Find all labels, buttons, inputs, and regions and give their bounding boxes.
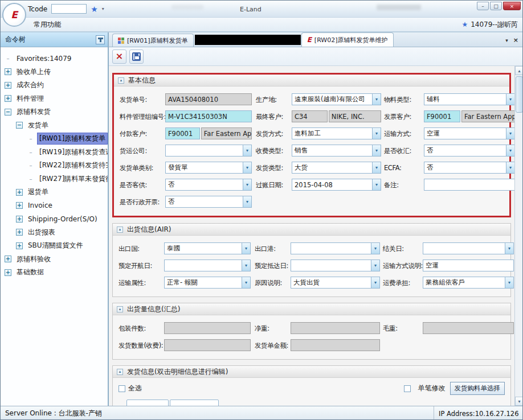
chevron-down-icon[interactable]: ▾ bbox=[372, 145, 381, 156]
expand-plus-icon[interactable]: + bbox=[16, 189, 23, 196]
expand-plus-icon[interactable]: + bbox=[5, 269, 11, 276]
code-field[interactable]: F90001 bbox=[424, 110, 460, 122]
minimize-button[interactable]: – bbox=[477, 2, 489, 10]
chevron-down-icon[interactable]: ▾ bbox=[243, 196, 251, 207]
chevron-down-icon[interactable]: ▾ bbox=[371, 260, 379, 271]
chevron-down-icon[interactable]: ▾ bbox=[372, 128, 381, 139]
tree-item[interactable]: +基础数据 bbox=[1, 266, 108, 279]
expand-plus-icon[interactable]: + bbox=[16, 242, 23, 249]
input-field[interactable]: 空運 bbox=[423, 260, 514, 271]
tab-rw02-active[interactable]: E [RW02]原辅料发货单维护 bbox=[301, 32, 394, 47]
chevron-down-icon[interactable]: ▾ bbox=[242, 243, 250, 254]
maximize-button[interactable]: □ bbox=[490, 2, 502, 10]
expand-plus-icon[interactable]: + bbox=[16, 229, 23, 236]
pin-icon[interactable] bbox=[96, 35, 105, 44]
chevron-down-icon[interactable]: ▾ bbox=[243, 145, 251, 156]
dropdown-field[interactable]: 否▾ bbox=[165, 196, 252, 208]
dropdown-field[interactable]: 空運▾ bbox=[424, 127, 515, 139]
close-button[interactable]: × bbox=[503, 2, 521, 10]
expand-plus-icon[interactable]: + bbox=[16, 202, 23, 209]
dropdown-field[interactable]: ▾ bbox=[165, 145, 252, 157]
chevron-down-icon[interactable]: ▾ bbox=[506, 162, 514, 173]
chevron-down-icon[interactable]: ▾ bbox=[372, 94, 381, 105]
expand-plus-icon[interactable]: + bbox=[5, 82, 11, 89]
tree-item[interactable]: +料件管理 bbox=[1, 92, 108, 106]
dropdown-field[interactable]: 進料加工▾ bbox=[292, 127, 381, 139]
expand-plus-icon[interactable]: + bbox=[16, 216, 23, 223]
scroll-down-icon[interactable]: ▾ bbox=[515, 397, 523, 406]
select-all-checkbox[interactable] bbox=[119, 385, 125, 392]
expand-plus-icon[interactable]: + bbox=[5, 95, 11, 102]
tab-list-dropdown-icon[interactable]: ▾ bbox=[505, 38, 508, 43]
tree-item[interactable]: –Favorites:14079 bbox=[1, 52, 108, 65]
chevron-down-icon[interactable]: ▾ bbox=[505, 243, 513, 254]
po-select-button[interactable]: 发货购料单选择 bbox=[450, 382, 505, 395]
chevron-down-icon[interactable]: ▾ bbox=[371, 243, 379, 254]
dropdown-field[interactable]: 辅料▾ bbox=[424, 93, 515, 105]
single-edit-checkbox[interactable] bbox=[404, 385, 411, 392]
tree-item[interactable]: +SBU清關提貨文件 bbox=[1, 239, 108, 253]
chevron-down-icon[interactable]: ▾ bbox=[243, 179, 251, 190]
collapse-icon[interactable]: ▴ bbox=[117, 306, 123, 312]
dropdown-field[interactable]: 正常- 報關▾ bbox=[164, 277, 251, 289]
dropdown-field[interactable]: 業務組依客戶▾ bbox=[423, 277, 514, 289]
cancel-button[interactable]: × bbox=[112, 50, 126, 64]
save-button[interactable] bbox=[129, 50, 144, 64]
chevron-down-icon[interactable]: ▾ bbox=[372, 162, 381, 173]
tree-item[interactable]: +Invoice bbox=[1, 199, 108, 213]
tree-item[interactable]: +出货报表 bbox=[1, 226, 108, 240]
collapse-icon[interactable]: ▴ bbox=[118, 77, 124, 84]
dropdown-field[interactable]: ▾ bbox=[164, 260, 251, 271]
code-field[interactable]: F90001 bbox=[165, 127, 200, 139]
menu-common-functions[interactable]: 常用功能 bbox=[28, 19, 67, 31]
tab-close-icon[interactable]: × bbox=[513, 36, 518, 44]
chevron-down-icon[interactable]: ▾ bbox=[242, 260, 250, 271]
chevron-down-icon[interactable]: ▾ bbox=[242, 277, 250, 288]
collapse-minus-icon[interactable]: − bbox=[16, 122, 23, 129]
dropdown-field[interactable]: 遠東服裝(越南)有限公司▾ bbox=[292, 93, 381, 105]
dropdown-field[interactable]: 否▾ bbox=[424, 162, 515, 174]
favorite-star-icon[interactable]: ★ bbox=[91, 5, 98, 13]
collapse-minus-icon[interactable]: − bbox=[5, 109, 11, 116]
collapse-icon[interactable]: ▴ bbox=[117, 369, 123, 375]
tree-item[interactable]: +退货单 bbox=[1, 186, 108, 199]
tree-item[interactable]: −发货单 bbox=[1, 119, 108, 133]
dropdown-field[interactable]: 泰國▾ bbox=[164, 242, 251, 254]
chevron-down-icon[interactable]: ▾ bbox=[372, 179, 381, 190]
dropdown-field[interactable]: 發貨單▾ bbox=[165, 162, 252, 174]
tree-item[interactable]: +原辅料验收 bbox=[1, 253, 108, 266]
scroll-up-icon[interactable]: ▴ bbox=[515, 66, 523, 75]
tcode-input[interactable] bbox=[51, 4, 87, 14]
dropdown-field[interactable]: ▾ bbox=[423, 242, 514, 254]
tree-item[interactable]: –[RW19]原辅料发货查询 bbox=[1, 146, 108, 159]
dropdown-field[interactable]: 否▾ bbox=[165, 179, 252, 191]
scrollbar-thumb[interactable] bbox=[516, 76, 523, 113]
tree-item[interactable]: –[RW22]原辅料发货待完结 bbox=[1, 159, 108, 172]
tree-item[interactable]: –[RW01]原辅料发货单 bbox=[1, 132, 108, 146]
chevron-down-icon[interactable]: ▾ bbox=[506, 145, 514, 156]
tcode-dropdown-icon[interactable]: ▾ bbox=[102, 6, 104, 11]
dropdown-field[interactable]: 大货▾ bbox=[292, 162, 381, 174]
input-field[interactable] bbox=[424, 179, 515, 191]
tree-item[interactable]: +成衣合约 bbox=[1, 79, 108, 92]
chevron-down-icon[interactable]: ▾ bbox=[506, 94, 514, 105]
tree-item[interactable]: −原辅料发货 bbox=[1, 105, 108, 119]
vertical-scrollbar[interactable]: ▴ ▾ bbox=[514, 66, 523, 406]
chevron-down-icon[interactable]: ▾ bbox=[243, 162, 251, 173]
tab-rw01[interactable]: [RW01]原辅料发货单 bbox=[112, 34, 194, 47]
code-field[interactable]: M-V1C34150303N bbox=[165, 110, 252, 122]
chevron-down-icon[interactable]: ▾ bbox=[505, 277, 513, 288]
tree-item[interactable]: –[RW27]購料單未發貨待完结 bbox=[1, 172, 108, 186]
chevron-down-icon[interactable]: ▾ bbox=[371, 277, 379, 288]
dropdown-field[interactable]: 2015-04-08▾ bbox=[292, 179, 381, 191]
dropdown-field[interactable]: 销售▾ bbox=[292, 145, 381, 157]
expand-plus-icon[interactable]: + bbox=[5, 68, 11, 75]
dropdown-field[interactable]: 大貨出貨▾ bbox=[291, 277, 380, 289]
dropdown-field[interactable]: 否▾ bbox=[424, 145, 515, 157]
expand-plus-icon[interactable]: + bbox=[5, 256, 11, 262]
collapse-icon[interactable]: ▴ bbox=[117, 227, 123, 233]
dropdown-field[interactable]: ▾ bbox=[291, 242, 380, 254]
chevron-down-icon[interactable]: ▾ bbox=[506, 128, 514, 139]
dropdown-field[interactable]: ▾ bbox=[291, 260, 380, 271]
tree-item[interactable]: +Shipping-Order(S/O) bbox=[1, 212, 108, 226]
